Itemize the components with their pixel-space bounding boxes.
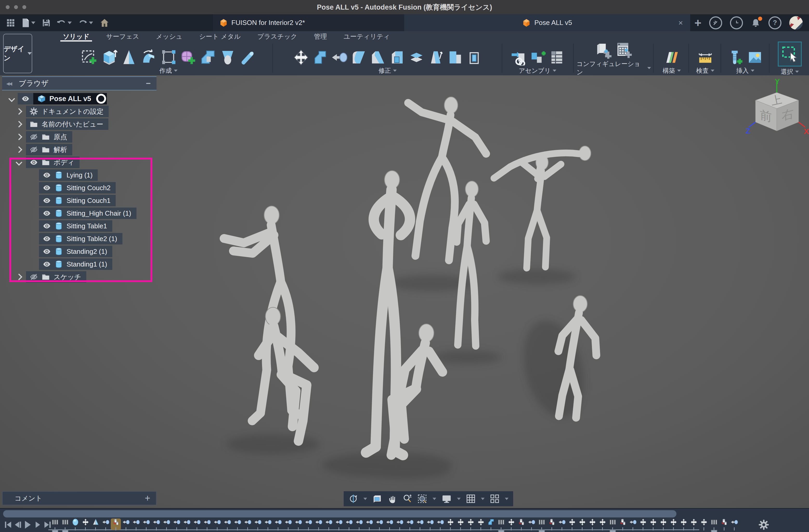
add-comment-icon[interactable]: + (145, 493, 150, 504)
timeline-feature-marker[interactable] (192, 518, 202, 530)
timeline-feature-marker[interactable] (689, 518, 699, 530)
timeline-feature-marker[interactable] (506, 518, 516, 530)
timeline-feature-marker[interactable] (293, 518, 303, 530)
timeline-feature-marker[interactable] (384, 518, 395, 530)
timeline-feature-marker[interactable] (435, 518, 445, 530)
timeline-feature-marker[interactable] (334, 518, 344, 530)
group-label-select[interactable]: 選択 (781, 68, 799, 76)
group-label-modify[interactable]: 修正 (379, 67, 397, 75)
loft-icon[interactable] (160, 49, 177, 66)
app-grid-icon[interactable] (5, 17, 17, 29)
document-tab-inactive[interactable]: FUISON for Interior2 v2* × (213, 14, 417, 31)
minimize-panel-icon[interactable]: − (146, 79, 151, 88)
timeline-feature-marker[interactable] (607, 518, 618, 530)
timeline-feature-marker[interactable] (243, 518, 253, 530)
timeline-feature-marker[interactable] (374, 518, 384, 530)
create-form-icon[interactable] (180, 49, 196, 66)
group-label-assembly[interactable]: アセンブリ (519, 67, 556, 75)
ribbon-tab[interactable]: ユーティリティ (342, 31, 391, 41)
offset-face-icon[interactable] (408, 49, 425, 66)
timeline-feature-marker[interactable] (172, 518, 182, 530)
window-controls[interactable] (6, 0, 26, 14)
create-sketch-icon[interactable] (81, 49, 98, 66)
eye-icon[interactable] (21, 94, 30, 103)
chevron-right-icon[interactable] (16, 146, 22, 153)
timeline-feature-marker[interactable] (587, 518, 597, 530)
comments-panel[interactable]: コメント + (2, 491, 156, 505)
viewport-canvas[interactable]: Y Z X 上 前 右 ◂◂ ブラウザ − Pose ALL v5 (0, 75, 809, 508)
look-at-icon[interactable] (372, 494, 382, 504)
timeline-feature-marker[interactable] (557, 518, 567, 530)
redo-icon[interactable] (77, 17, 94, 28)
pipe-icon[interactable] (239, 49, 256, 66)
avatar[interactable] (789, 16, 803, 30)
timeline-feature-marker[interactable] (131, 518, 141, 530)
timeline-feature-marker[interactable] (303, 518, 313, 530)
fit-icon[interactable] (417, 494, 427, 504)
timeline-feature-marker[interactable] (182, 518, 192, 530)
step-forward-button[interactable] (34, 519, 41, 530)
timeline-feature-marker[interactable] (222, 518, 233, 530)
ribbon-tab[interactable]: サーフェス (105, 31, 140, 41)
timeline-feature-marker[interactable] (415, 518, 425, 530)
ribbon-tab[interactable]: シート メタル (198, 31, 242, 41)
browser-row-origin[interactable]: 原点 (2, 131, 156, 143)
timeline-feature-marker[interactable] (628, 518, 638, 530)
timeline-feature-marker[interactable] (658, 518, 668, 530)
timeline-feature-marker[interactable] (719, 518, 729, 530)
undo-caret[interactable] (68, 21, 72, 24)
collapse-panel-icon[interactable]: ◂◂ (6, 79, 12, 88)
minimize-window-icon[interactable] (14, 5, 18, 9)
measure-icon[interactable] (697, 49, 713, 66)
timeline-feature-marker[interactable] (263, 518, 273, 530)
chevron-right-icon[interactable] (16, 121, 22, 127)
zoom-icon[interactable] (402, 494, 412, 504)
go-to-start-button[interactable] (4, 519, 12, 530)
grid-caret[interactable] (481, 498, 485, 500)
ribbon-tab[interactable]: 管理 (313, 31, 328, 41)
move-icon[interactable] (293, 49, 309, 66)
configuration-icon[interactable] (595, 41, 612, 59)
timeline-feature-marker[interactable] (70, 518, 80, 530)
chevron-right-icon[interactable] (16, 134, 22, 140)
browser-root-row[interactable]: Pose ALL v5 (2, 93, 156, 104)
chevron-right-icon[interactable] (16, 108, 22, 114)
timeline-feature-marker[interactable] (151, 518, 161, 530)
browser-row-named-views[interactable]: 名前の付いたビュー (2, 119, 156, 130)
timeline-feature-marker[interactable] (678, 518, 689, 530)
insert-canvas-icon[interactable] (747, 49, 763, 66)
undo-icon[interactable] (56, 17, 73, 28)
timeline-feature-marker[interactable] (597, 518, 607, 530)
grid-icon[interactable] (466, 494, 476, 504)
sweep-icon[interactable] (140, 49, 157, 66)
insert-fastener-icon[interactable] (728, 49, 744, 66)
timeline-settings-gear-icon[interactable] (759, 519, 769, 530)
fit-caret[interactable] (433, 498, 436, 500)
timeline-feature-marker[interactable] (648, 518, 658, 530)
timeline-feature-marker[interactable] (445, 518, 455, 530)
viewports-icon[interactable] (490, 494, 500, 504)
tab-close-icon[interactable]: × (678, 18, 683, 27)
timeline-feature-marker[interactable] (537, 518, 547, 530)
construction-plane-icon[interactable] (664, 49, 680, 66)
display-settings-caret[interactable] (457, 498, 461, 500)
shell-icon[interactable] (389, 49, 405, 66)
select-window-button[interactable] (778, 41, 802, 67)
timeline-feature-marker[interactable] (253, 518, 263, 530)
timeline-feature-marker[interactable] (699, 518, 709, 530)
timeline-feature-marker[interactable] (527, 518, 537, 530)
ribbon-tab[interactable]: ソリッド (62, 31, 90, 41)
close-window-icon[interactable] (6, 5, 10, 9)
group-label-inspect[interactable]: 検査 (696, 67, 715, 75)
timeline-feature-marker[interactable] (516, 518, 527, 530)
timeline-feature-marker[interactable] (101, 518, 111, 530)
timeline-feature-marker[interactable] (547, 518, 557, 530)
pattern-icon[interactable] (466, 49, 482, 66)
timeline-feature-marker[interactable] (80, 518, 90, 530)
timeline-feature-marker[interactable] (486, 518, 496, 530)
home-icon[interactable] (98, 17, 111, 29)
timeline-feature-marker[interactable] (567, 518, 577, 530)
timeline-feature-marker[interactable] (668, 518, 678, 530)
timeline-feature-marker[interactable] (709, 518, 719, 530)
timeline-feature-marker[interactable] (121, 518, 131, 530)
